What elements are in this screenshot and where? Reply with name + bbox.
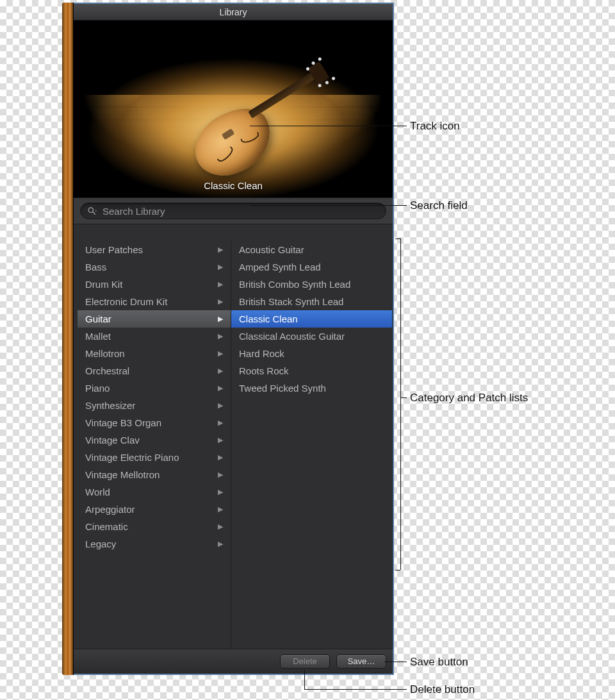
category-item[interactable]: Guitar▶ <box>78 310 231 328</box>
callout-search-field: Search field <box>410 199 468 212</box>
callout-bracket-cap <box>395 238 400 239</box>
chevron-right-icon: ▶ <box>218 453 223 462</box>
category-item[interactable]: Arpeggiator▶ <box>78 501 231 518</box>
category-item[interactable]: Synthesizer▶ <box>78 397 231 414</box>
category-item[interactable]: Vintage Clav▶ <box>78 431 231 449</box>
patch-list[interactable]: Acoustic GuitarAmped Synth LeadBritish C… <box>231 241 393 649</box>
callout-lead <box>304 689 407 690</box>
category-item-label: Guitar <box>85 313 111 324</box>
chevron-right-icon: ▶ <box>218 419 223 427</box>
chevron-right-icon: ▶ <box>218 522 223 531</box>
category-item[interactable]: Vintage B3 Organ▶ <box>78 414 231 431</box>
patch-item[interactable]: British Stack Synth Lead <box>231 293 392 310</box>
category-item[interactable]: User Patches▶ <box>78 241 231 258</box>
patch-item[interactable]: Classical Acoustic Guitar <box>231 328 392 345</box>
library-panel: Library Classic Clean <box>74 3 394 675</box>
search-icon <box>87 206 97 215</box>
category-item-label: Vintage Clav <box>85 435 140 446</box>
chevron-right-icon: ▶ <box>218 471 223 479</box>
chevron-right-icon: ▶ <box>218 332 223 340</box>
delete-button[interactable]: Delete <box>280 654 330 669</box>
save-button[interactable]: Save… <box>336 654 386 669</box>
category-item-label: Vintage Electric Piano <box>85 452 179 463</box>
callout-bracket <box>400 238 401 570</box>
chevron-right-icon: ▶ <box>218 401 223 410</box>
category-item[interactable]: Orchestral▶ <box>78 362 231 379</box>
patch-item[interactable]: Hard Rock <box>231 345 392 362</box>
chevron-right-icon: ▶ <box>218 315 223 323</box>
chevron-right-icon: ▶ <box>218 280 223 288</box>
callout-lead <box>400 397 407 398</box>
track-icon-stage: Classic Clean <box>74 21 393 197</box>
category-item-label: Vintage Mellotron <box>85 469 160 480</box>
category-item-label: Drum Kit <box>85 279 122 290</box>
svg-line-1 <box>93 212 95 215</box>
category-item-label: User Patches <box>85 244 143 255</box>
chevron-right-icon: ▶ <box>218 384 223 392</box>
category-item[interactable]: Mellotron▶ <box>78 345 231 362</box>
chevron-right-icon: ▶ <box>218 540 223 548</box>
category-item[interactable]: Mallet▶ <box>78 328 231 345</box>
category-item-label: Bass <box>85 262 106 272</box>
patch-item[interactable]: British Combo Synth Lead <box>231 276 392 293</box>
wood-side-panel <box>62 3 74 675</box>
category-item-label: Mallet <box>85 331 111 342</box>
patch-item-label: Classical Acoustic Guitar <box>239 331 345 342</box>
patch-item-label: Tweed Picked Synth <box>239 383 326 394</box>
category-item-label: Arpeggiator <box>85 504 135 515</box>
chevron-right-icon: ▶ <box>218 367 223 375</box>
chevron-right-icon: ▶ <box>218 297 223 306</box>
category-item-label: Orchestral <box>85 365 129 376</box>
chevron-right-icon: ▶ <box>218 488 223 496</box>
category-item[interactable]: Electronic Drum Kit▶ <box>78 293 231 310</box>
category-patch-lists: User Patches▶Bass▶Drum Kit▶Electronic Dr… <box>74 224 393 649</box>
category-item-label: Electronic Drum Kit <box>85 296 167 307</box>
panel-title: Library <box>74 4 393 21</box>
footer-bar: Delete Save… <box>74 649 393 674</box>
category-item[interactable]: Bass▶ <box>78 258 231 276</box>
category-item-label: Synthesizer <box>85 400 135 411</box>
search-row <box>74 197 393 224</box>
callout-save-button: Save button <box>410 656 468 669</box>
callout-track-icon: Track icon <box>410 120 460 133</box>
patch-item-label: Acoustic Guitar <box>239 244 304 255</box>
patch-item-label: Amped Synth Lead <box>239 262 321 272</box>
category-item-label: World <box>85 487 110 497</box>
category-list[interactable]: User Patches▶Bass▶Drum Kit▶Electronic Dr… <box>78 241 231 649</box>
category-item-label: Legacy <box>85 538 116 549</box>
patch-item[interactable]: Acoustic Guitar <box>231 241 392 258</box>
category-item[interactable]: Drum Kit▶ <box>78 276 231 293</box>
search-input[interactable] <box>102 206 378 217</box>
chevron-right-icon: ▶ <box>218 436 223 444</box>
category-item-label: Mellotron <box>85 348 125 359</box>
patch-item[interactable]: Roots Rock <box>231 362 392 379</box>
category-item-label: Piano <box>85 383 110 394</box>
chevron-right-icon: ▶ <box>218 263 223 271</box>
category-item[interactable]: Vintage Electric Piano▶ <box>78 449 231 466</box>
chevron-right-icon: ▶ <box>218 505 223 513</box>
chevron-right-icon: ▶ <box>218 246 223 254</box>
callout-lead <box>250 205 407 206</box>
callout-delete-button: Delete button <box>410 683 475 696</box>
patch-item-label: Classic Clean <box>239 313 298 324</box>
patch-item[interactable]: Classic Clean <box>231 310 392 328</box>
category-item[interactable]: Vintage Mellotron▶ <box>78 466 231 483</box>
patch-item-label: Hard Rock <box>239 348 284 359</box>
patch-item[interactable]: Tweed Picked Synth <box>231 379 392 397</box>
patch-item-label: Roots Rock <box>239 365 289 376</box>
chevron-right-icon: ▶ <box>218 349 223 358</box>
category-item-label: Cinematic <box>85 521 128 532</box>
patch-item-label: British Combo Synth Lead <box>239 279 350 290</box>
callout-lead <box>250 126 407 126</box>
callout-lead-vertical <box>304 670 305 689</box>
category-item[interactable]: World▶ <box>78 483 231 501</box>
category-item[interactable]: Legacy▶ <box>78 535 231 553</box>
patch-item[interactable]: Amped Synth Lead <box>231 258 392 276</box>
current-patch-name: Classic Clean <box>74 180 393 191</box>
category-item-label: Vintage B3 Organ <box>85 417 161 428</box>
callout-lead <box>384 662 407 662</box>
callout-bracket-cap <box>395 570 400 571</box>
category-item[interactable]: Piano▶ <box>78 379 231 397</box>
category-item[interactable]: Cinematic▶ <box>78 518 231 535</box>
patch-item-label: British Stack Synth Lead <box>239 296 343 307</box>
